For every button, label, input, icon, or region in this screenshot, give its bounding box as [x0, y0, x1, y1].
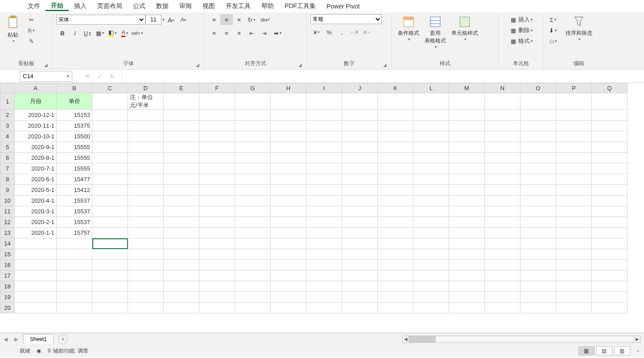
cell[interactable]	[556, 163, 592, 174]
column-header[interactable]: B	[57, 83, 92, 93]
cell[interactable]	[57, 281, 92, 292]
cell[interactable]	[164, 292, 199, 303]
cell[interactable]: 2020-4-1	[15, 196, 57, 206]
cell[interactable]	[449, 303, 485, 313]
cell[interactable]	[378, 174, 413, 185]
autosum-button[interactable]: Σ▾	[547, 14, 559, 25]
cell[interactable]	[485, 174, 520, 185]
cell[interactable]	[92, 238, 128, 249]
cell[interactable]	[271, 281, 306, 292]
cell[interactable]	[449, 185, 485, 196]
column-header[interactable]: N	[485, 83, 520, 93]
cell[interactable]	[342, 142, 378, 153]
cell[interactable]	[378, 249, 413, 260]
cell[interactable]	[235, 93, 271, 110]
underline-button[interactable]: U▾	[81, 28, 94, 38]
cell[interactable]	[449, 163, 485, 174]
cell[interactable]	[413, 271, 449, 281]
orientation-button[interactable]: ↻▾	[245, 14, 258, 25]
sheet-tab[interactable]: Sheet1	[23, 334, 54, 344]
cell[interactable]	[592, 153, 627, 163]
cell[interactable]	[592, 217, 627, 228]
cell[interactable]	[485, 131, 520, 142]
cell[interactable]	[306, 163, 342, 174]
cell[interactable]	[413, 142, 449, 153]
row-header[interactable]: 6	[0, 153, 15, 163]
cell[interactable]	[485, 153, 520, 163]
cell[interactable]	[556, 206, 592, 217]
cell[interactable]: 15757	[57, 228, 92, 238]
cell[interactable]	[342, 131, 378, 142]
cell[interactable]	[520, 303, 556, 313]
row-header[interactable]: 13	[0, 228, 15, 238]
cell[interactable]	[15, 281, 57, 292]
cell[interactable]	[413, 228, 449, 238]
row-header[interactable]: 3	[0, 121, 15, 131]
cell[interactable]	[271, 206, 306, 217]
cell[interactable]	[235, 121, 271, 131]
format-as-table-button[interactable]: 套用 表格格式▾	[422, 14, 449, 50]
cell[interactable]	[556, 217, 592, 228]
cell[interactable]	[199, 174, 235, 185]
cell[interactable]	[592, 174, 627, 185]
cell[interactable]	[449, 249, 485, 260]
cell[interactable]	[449, 110, 485, 121]
cell[interactable]	[199, 196, 235, 206]
font-size-input[interactable]	[145, 15, 161, 25]
cell[interactable]	[520, 174, 556, 185]
cell[interactable]	[378, 163, 413, 174]
cell[interactable]	[164, 228, 199, 238]
font-color-button[interactable]: A▾	[119, 28, 131, 38]
cell[interactable]	[342, 153, 378, 163]
cell[interactable]	[342, 249, 378, 260]
cell[interactable]	[128, 303, 164, 313]
menu-tab[interactable]: 开始	[45, 2, 69, 11]
confirm-entry-button[interactable]: ✓	[94, 71, 106, 82]
cell[interactable]	[342, 303, 378, 313]
cell[interactable]	[271, 271, 306, 281]
name-box[interactable]: C14 ▾	[20, 71, 72, 82]
cell[interactable]	[378, 281, 413, 292]
cell[interactable]	[342, 93, 378, 110]
cell[interactable]: 2020-10-1	[15, 131, 57, 142]
cell[interactable]: 单价	[57, 93, 92, 110]
row-header[interactable]: 9	[0, 185, 15, 196]
cell[interactable]	[164, 185, 199, 196]
cell[interactable]	[271, 110, 306, 121]
cell[interactable]	[164, 217, 199, 228]
delete-cells-button[interactable]: ▦删除▾	[508, 25, 533, 36]
cell[interactable]	[128, 292, 164, 303]
cell[interactable]	[199, 153, 235, 163]
cut-button[interactable]: ✂	[25, 14, 37, 25]
percent-format-button[interactable]: %	[323, 27, 335, 37]
row-header[interactable]: 8	[0, 174, 15, 185]
wrap-text-button[interactable]: ab↵	[258, 14, 273, 25]
cell[interactable]	[271, 292, 306, 303]
cell[interactable]	[235, 271, 271, 281]
cell[interactable]	[413, 121, 449, 131]
cell[interactable]	[199, 206, 235, 217]
cell[interactable]	[92, 271, 128, 281]
cell[interactable]	[306, 303, 342, 313]
cell[interactable]	[199, 249, 235, 260]
cell[interactable]	[449, 206, 485, 217]
cell[interactable]	[592, 303, 627, 313]
cell[interactable]	[413, 185, 449, 196]
cell[interactable]: 2020-6-1	[15, 174, 57, 185]
cell[interactable]	[556, 281, 592, 292]
menu-tab[interactable]: 视图	[197, 2, 220, 10]
cell[interactable]: 15537	[57, 196, 92, 206]
cell[interactable]	[449, 228, 485, 238]
cell[interactable]	[520, 153, 556, 163]
column-header[interactable]: Q	[592, 83, 627, 93]
cell[interactable]	[556, 121, 592, 131]
row-header[interactable]: 18	[0, 281, 15, 292]
cell[interactable]	[413, 260, 449, 271]
format-cells-button[interactable]: ▦格式▾	[508, 36, 533, 46]
column-header[interactable]: L	[413, 83, 449, 93]
cell-styles-button[interactable]: 单元格样式▾	[449, 14, 481, 42]
page-layout-view-button[interactable]: ▤	[596, 346, 612, 355]
row-header[interactable]: 15	[0, 249, 15, 260]
cell[interactable]	[306, 238, 342, 249]
cell[interactable]	[57, 292, 92, 303]
